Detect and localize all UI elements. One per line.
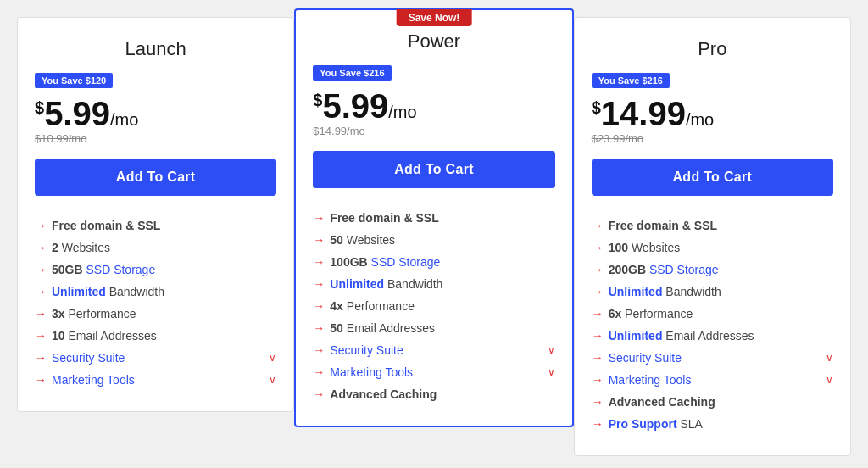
- pricing-table: LaunchYou Save $120 $5.99/mo $10.99/mo A…: [17, 17, 851, 456]
- features-list-launch: → Free domain & SSL → 2 Websites → 50GB …: [35, 214, 276, 391]
- feature-item: → Free domain & SSL: [35, 214, 276, 237]
- feature-text: Advanced Caching: [330, 387, 554, 401]
- chevron-icon[interactable]: ∨: [269, 374, 276, 386]
- price-original-pro: $23.99/mo: [592, 132, 833, 145]
- feature-item: → Marketing Tools ∨: [313, 361, 554, 383]
- arrow-icon: →: [592, 263, 604, 276]
- save-badge-launch: You Save $120: [35, 73, 113, 88]
- feature-item: → Unlimited Bandwidth: [35, 281, 276, 303]
- plan-card-launch: LaunchYou Save $120 $5.99/mo $10.99/mo A…: [17, 17, 294, 412]
- feature-link[interactable]: Marketing Tools: [609, 373, 821, 387]
- arrow-icon: →: [313, 365, 325, 379]
- feature-item: → Marketing Tools ∨: [592, 369, 833, 391]
- feature-item: → Free domain & SSL: [313, 207, 554, 229]
- plan-title-power: Power: [313, 31, 554, 53]
- feature-text: Unlimited Email Addresses: [609, 329, 833, 343]
- feature-item: → Security Suite ∨: [313, 339, 554, 361]
- arrow-icon: →: [313, 299, 325, 313]
- arrow-icon: →: [313, 321, 325, 335]
- feature-item: → 2 Websites: [35, 237, 276, 259]
- feature-text: 100GB SSD Storage: [330, 255, 554, 269]
- feature-text: Unlimited Bandwidth: [609, 285, 833, 298]
- feature-item: → 50 Websites: [313, 229, 554, 251]
- feature-text: Advanced Caching: [609, 395, 833, 409]
- arrow-icon: →: [592, 395, 604, 409]
- feature-item: → 50 Email Addresses: [313, 317, 554, 339]
- plan-title-pro: Pro: [592, 38, 833, 60]
- price-original-power: $14.99/mo: [313, 125, 554, 137]
- arrow-icon: →: [35, 329, 47, 343]
- feature-text: Free domain & SSL: [52, 219, 276, 232]
- price-original-launch: $10.99/mo: [35, 132, 276, 145]
- arrow-icon: →: [35, 307, 47, 320]
- arrow-icon: →: [313, 211, 325, 225]
- chevron-icon[interactable]: ∨: [548, 344, 555, 356]
- feature-item: → 100GB SSD Storage: [313, 251, 554, 273]
- feature-item: → 10 Email Addresses: [35, 325, 276, 347]
- arrow-icon: →: [35, 351, 47, 365]
- arrow-icon: →: [313, 387, 325, 401]
- add-to-cart-pro[interactable]: Add To Cart: [592, 159, 833, 196]
- feature-item: → 6x Performance: [592, 303, 833, 325]
- feature-text: 10 Email Addresses: [52, 329, 276, 343]
- feature-link[interactable]: Security Suite: [609, 351, 821, 365]
- add-to-cart-launch[interactable]: Add To Cart: [35, 159, 276, 196]
- plan-card-pro: ProYou Save $216 $14.99/mo $23.99/mo Add…: [574, 17, 851, 456]
- save-now-badge: Save Now!: [397, 9, 472, 26]
- feature-item: → Unlimited Email Addresses: [592, 325, 833, 347]
- feature-text: Free domain & SSL: [330, 211, 554, 225]
- feature-link[interactable]: Security Suite: [330, 343, 542, 357]
- feature-item: → 200GB SSD Storage: [592, 259, 833, 281]
- plan-card-power: Save Now!PowerYou Save $216 $5.99/mo $14…: [294, 8, 573, 427]
- feature-text: 50GB SSD Storage: [52, 263, 276, 276]
- arrow-icon: →: [313, 255, 325, 269]
- arrow-icon: →: [592, 373, 604, 387]
- add-to-cart-power[interactable]: Add To Cart: [313, 151, 554, 188]
- feature-item: → 4x Performance: [313, 295, 554, 317]
- feature-text: 100 Websites: [609, 241, 833, 254]
- feature-text: 3x Performance: [52, 307, 276, 320]
- price-block-pro: $14.99/mo $23.99/mo: [592, 97, 833, 145]
- save-badge-power: You Save $216: [313, 65, 391, 81]
- arrow-icon: →: [35, 219, 47, 232]
- features-list-power: → Free domain & SSL → 50 Websites → 100G…: [313, 207, 554, 405]
- feature-text: 6x Performance: [609, 307, 833, 320]
- chevron-icon[interactable]: ∨: [269, 352, 276, 364]
- feature-item: → Unlimited Bandwidth: [313, 273, 554, 295]
- feature-text: Unlimited Bandwidth: [330, 277, 554, 291]
- chevron-icon[interactable]: ∨: [826, 352, 833, 364]
- price-block-launch: $5.99/mo $10.99/mo: [35, 97, 276, 145]
- feature-item: → Free domain & SSL: [592, 214, 833, 237]
- price-main-pro: $14.99/mo: [592, 97, 833, 131]
- feature-item: → 3x Performance: [35, 303, 276, 325]
- feature-item: → Security Suite ∨: [35, 347, 276, 369]
- feature-text: 2 Websites: [52, 241, 276, 254]
- feature-item: → 50GB SSD Storage: [35, 259, 276, 281]
- arrow-icon: →: [592, 219, 604, 232]
- feature-item: → Pro Support SLA: [592, 413, 833, 435]
- feature-item: → Advanced Caching: [313, 383, 554, 405]
- arrow-icon: →: [592, 417, 604, 431]
- arrow-icon: →: [35, 373, 47, 387]
- features-list-pro: → Free domain & SSL → 100 Websites → 200…: [592, 214, 833, 435]
- arrow-icon: →: [313, 343, 325, 357]
- arrow-icon: →: [313, 233, 325, 247]
- feature-item: → 100 Websites: [592, 237, 833, 259]
- arrow-icon: →: [35, 241, 47, 254]
- feature-text: Pro Support SLA: [609, 417, 833, 431]
- chevron-icon[interactable]: ∨: [826, 374, 833, 386]
- arrow-icon: →: [592, 307, 604, 320]
- feature-item: → Unlimited Bandwidth: [592, 281, 833, 303]
- arrow-icon: →: [35, 263, 47, 276]
- feature-item: → Advanced Caching: [592, 391, 833, 413]
- arrow-icon: →: [592, 241, 604, 254]
- feature-link[interactable]: Marketing Tools: [52, 373, 264, 387]
- feature-text: 200GB SSD Storage: [609, 263, 833, 276]
- feature-text: Free domain & SSL: [609, 219, 833, 232]
- feature-text: 50 Email Addresses: [330, 321, 554, 335]
- arrow-icon: →: [35, 285, 47, 298]
- chevron-icon[interactable]: ∨: [548, 366, 555, 378]
- feature-link[interactable]: Marketing Tools: [330, 365, 542, 379]
- arrow-icon: →: [592, 285, 604, 298]
- feature-link[interactable]: Security Suite: [52, 351, 264, 365]
